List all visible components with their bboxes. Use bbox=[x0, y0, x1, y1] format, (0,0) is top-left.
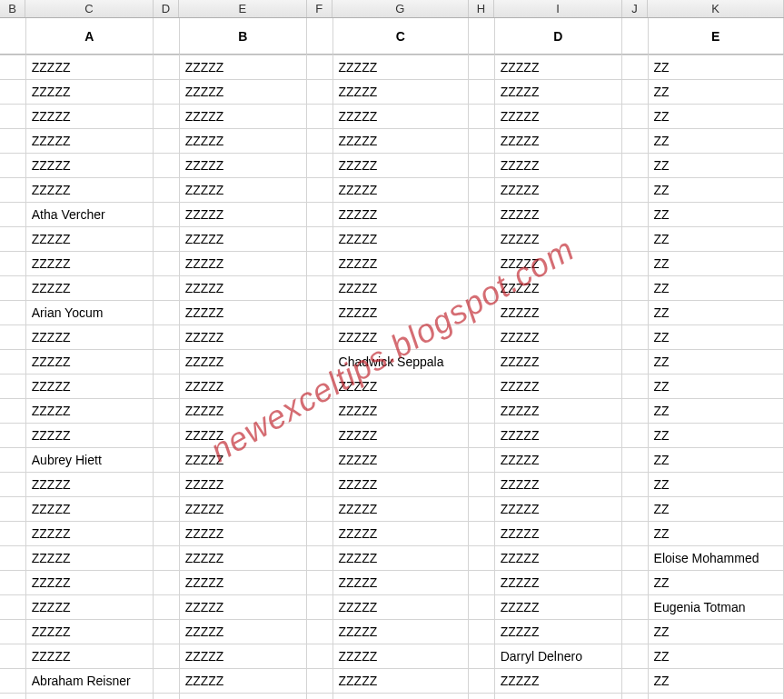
cell[interactable]: ZZZZZ bbox=[495, 350, 622, 374]
cell[interactable] bbox=[307, 694, 333, 699]
cell[interactable] bbox=[469, 644, 495, 668]
cell[interactable]: ZZ bbox=[649, 399, 784, 423]
cell[interactable] bbox=[307, 301, 333, 325]
cell[interactable]: ZZ bbox=[649, 694, 784, 699]
cell[interactable]: Darryl Delnero bbox=[495, 644, 622, 668]
cell[interactable] bbox=[154, 18, 180, 55]
cell[interactable] bbox=[622, 694, 649, 699]
header-cell-B[interactable]: B bbox=[180, 18, 307, 55]
cell[interactable]: ZZZZZ bbox=[26, 129, 154, 153]
cell[interactable] bbox=[0, 595, 26, 619]
cell[interactable] bbox=[154, 129, 180, 153]
cell[interactable] bbox=[0, 80, 26, 104]
cell[interactable] bbox=[307, 399, 333, 423]
cell[interactable] bbox=[469, 620, 495, 644]
cell[interactable]: ZZZZZ bbox=[333, 669, 469, 693]
cell[interactable] bbox=[622, 669, 649, 693]
cell[interactable]: ZZZZZ bbox=[26, 399, 154, 423]
cell[interactable] bbox=[154, 301, 180, 325]
cell[interactable] bbox=[154, 203, 180, 226]
cell[interactable] bbox=[307, 227, 333, 251]
cell[interactable] bbox=[307, 325, 333, 349]
cell[interactable]: ZZZZZ bbox=[333, 694, 469, 699]
cell[interactable] bbox=[154, 80, 180, 104]
cell[interactable]: Aubrey Hiett bbox=[26, 448, 154, 472]
cell[interactable]: ZZZZZ bbox=[180, 473, 307, 496]
cell[interactable]: ZZZZZ bbox=[333, 227, 469, 251]
cell[interactable]: ZZ bbox=[649, 203, 784, 226]
cell[interactable] bbox=[307, 448, 333, 472]
cell[interactable]: ZZZZZ bbox=[333, 129, 469, 153]
cell[interactable]: ZZZZZ bbox=[495, 374, 622, 398]
cell[interactable]: ZZZZZ bbox=[26, 595, 154, 619]
cell[interactable]: ZZZZZ bbox=[495, 154, 622, 177]
cell[interactable]: ZZZZZ bbox=[26, 374, 154, 398]
cell[interactable] bbox=[622, 203, 649, 226]
cell[interactable]: ZZ bbox=[649, 350, 784, 374]
cell[interactable] bbox=[469, 55, 495, 79]
cell[interactable] bbox=[0, 644, 26, 668]
cell[interactable]: ZZZZZ bbox=[495, 473, 622, 496]
cell[interactable]: ZZZZZ bbox=[180, 105, 307, 128]
cell[interactable] bbox=[469, 669, 495, 693]
cell[interactable] bbox=[622, 276, 649, 300]
cell[interactable]: ZZZZZ bbox=[333, 80, 469, 104]
cell[interactable]: ZZZZZ bbox=[180, 55, 307, 79]
cell[interactable] bbox=[469, 595, 495, 619]
cell[interactable]: ZZZZZ bbox=[26, 252, 154, 275]
cell[interactable] bbox=[622, 350, 649, 374]
cell[interactable] bbox=[307, 497, 333, 521]
cell[interactable]: ZZZZZ bbox=[333, 497, 469, 521]
cell[interactable]: ZZZZZ bbox=[180, 203, 307, 226]
cell[interactable]: ZZZZZ bbox=[26, 473, 154, 496]
cell[interactable]: ZZ bbox=[649, 644, 784, 668]
cell[interactable] bbox=[307, 55, 333, 79]
cell[interactable] bbox=[0, 669, 26, 693]
cell[interactable] bbox=[622, 252, 649, 275]
cell[interactable] bbox=[307, 80, 333, 104]
cell[interactable]: ZZZZZ bbox=[26, 154, 154, 177]
cell[interactable] bbox=[0, 154, 26, 177]
cell[interactable] bbox=[0, 694, 26, 699]
cell[interactable] bbox=[0, 546, 26, 570]
cell[interactable] bbox=[0, 276, 26, 300]
cell[interactable] bbox=[469, 252, 495, 275]
cell[interactable] bbox=[154, 350, 180, 374]
cell[interactable]: ZZ bbox=[649, 669, 784, 693]
cell[interactable] bbox=[469, 80, 495, 104]
cell[interactable] bbox=[469, 694, 495, 699]
cell[interactable]: ZZZZZ bbox=[26, 227, 154, 251]
cell[interactable] bbox=[469, 448, 495, 472]
cell[interactable]: ZZZZZ bbox=[333, 252, 469, 275]
cell[interactable] bbox=[469, 571, 495, 594]
cell[interactable] bbox=[0, 203, 26, 226]
cell[interactable]: ZZ bbox=[649, 424, 784, 447]
cell[interactable] bbox=[622, 55, 649, 79]
cell[interactable] bbox=[307, 374, 333, 398]
cell[interactable]: ZZZZZ bbox=[180, 276, 307, 300]
cell[interactable]: ZZZZZ bbox=[180, 374, 307, 398]
cell[interactable] bbox=[307, 424, 333, 447]
cell[interactable]: ZZZZZ bbox=[333, 571, 469, 594]
cell[interactable] bbox=[469, 325, 495, 349]
cell[interactable] bbox=[154, 644, 180, 668]
cell[interactable]: ZZZZZ bbox=[26, 350, 154, 374]
cell[interactable]: ZZZZZ bbox=[180, 178, 307, 202]
cell[interactable]: ZZZZZ bbox=[333, 105, 469, 128]
cell[interactable]: ZZZZZ bbox=[180, 350, 307, 374]
cell[interactable]: ZZZZZ bbox=[495, 571, 622, 594]
cell[interactable] bbox=[154, 694, 180, 699]
cell[interactable]: ZZZZZ bbox=[495, 55, 622, 79]
cell[interactable] bbox=[154, 571, 180, 594]
cell[interactable]: ZZZZZ bbox=[180, 522, 307, 545]
cell[interactable] bbox=[0, 620, 26, 644]
cell[interactable]: ZZZZZ bbox=[495, 620, 622, 644]
cell[interactable]: ZZZZZ bbox=[26, 80, 154, 104]
cell[interactable] bbox=[154, 399, 180, 423]
cell[interactable]: ZZZZZ bbox=[495, 497, 622, 521]
cell[interactable] bbox=[469, 374, 495, 398]
cell[interactable] bbox=[0, 252, 26, 275]
cell[interactable]: ZZZZZ bbox=[180, 595, 307, 619]
cell[interactable] bbox=[469, 546, 495, 570]
cell[interactable]: ZZZZZ bbox=[333, 473, 469, 496]
